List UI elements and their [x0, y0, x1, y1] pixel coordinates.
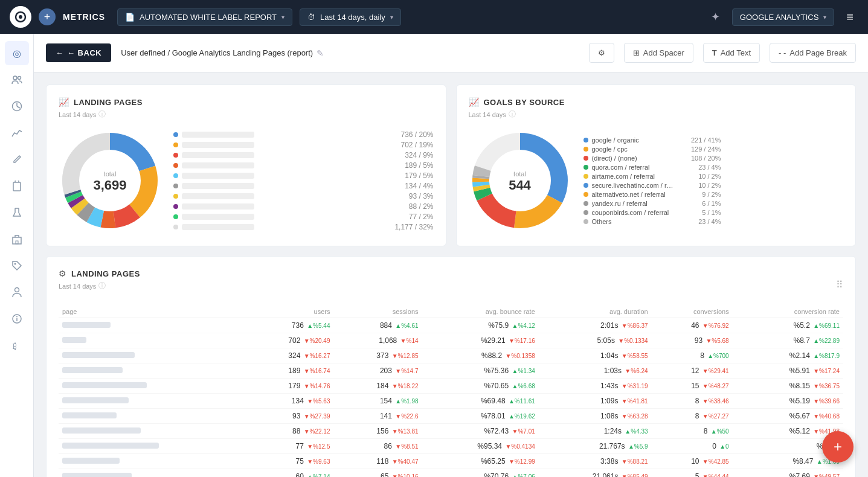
table-card: ⚙ LANDING PAGES Last 14 days ⓘ ⠿ page us… [46, 256, 856, 477]
legend-item-8: 88 / 2% [173, 202, 434, 211]
total-number: 3,699 [93, 178, 126, 193]
col-duration: avg. duration [539, 306, 652, 318]
cell-bounce-7: %72.43 ▼%7.01 [422, 424, 539, 439]
config-icon: ⚙ [598, 48, 605, 57]
cell-users-7: 88 ▼%22.12 [245, 424, 333, 439]
sidebar-icon-clipboard[interactable] [5, 174, 29, 198]
goals-legend-item-8: couponbirds.com / referral 5 / 1% [583, 209, 844, 216]
svg-text:₿: ₿ [13, 341, 17, 351]
cell-duration-1: 5:05s ▼%0.1334 [539, 333, 652, 348]
table-body: 736 ▲%5.44 884 ▲%4.61 %75.9 ▲%4.12 2:01s… [59, 318, 843, 478]
legend-item-10: 1,177 / 32% [173, 223, 434, 231]
cell-users-6: 93 ▼%27.39 [245, 409, 333, 424]
cell-page-9 [59, 454, 245, 469]
table-row: 324 ▼%16.27 373 ▼%12.85 %88.2 ▼%0.1358 1… [59, 348, 843, 363]
legend-dot-6 [173, 184, 178, 188]
table-row: 134 ▼%5.63 154 ▲%1.98 %69.48 ▲%11.61 1:0… [59, 394, 843, 409]
sidebar-icon-bitcoin[interactable]: ₿ [5, 333, 29, 357]
cell-conversions-1: 93 ▼%5.68 [652, 333, 733, 348]
goals-item-val-2: 108 / 20% [685, 155, 721, 162]
left-sidebar: ◎ ₿ [0, 34, 34, 477]
add-spacer-button[interactable]: ⊞ Add Spacer [624, 43, 693, 63]
top-nav: + METRICS 📄 AUTOMATED WHITE LABEL REPORT… [0, 0, 868, 34]
report-caret-icon: ▾ [281, 14, 285, 21]
goals-item-name-6: alternativeto.net / referral [592, 191, 677, 198]
cell-sessions-8: 86 ▼%8.51 [333, 439, 422, 454]
sidebar-icon-users[interactable] [5, 68, 29, 92]
cell-conversions-8: 0 ▲0 [652, 439, 733, 454]
add-page-break-button[interactable]: - - Add Page Break [770, 43, 856, 63]
goals-title: GOALS BY SOURCE [484, 98, 565, 107]
goals-total-text: total [509, 170, 531, 178]
goals-legend-item-3: quora.com / referral 23 / 4% [583, 164, 844, 171]
legend-val-8: 88 / 2% [409, 202, 434, 211]
time-icon: ⏱ [307, 13, 315, 22]
hamburger-menu[interactable]: ≡ [841, 8, 858, 27]
report-doc-icon: 📄 [125, 13, 135, 22]
cell-bounce-9: %65.25 ▼%12.99 [422, 454, 539, 469]
cell-sessions-6: 141 ▼%22.6 [333, 409, 422, 424]
add-spacer-icon: ⊞ [633, 48, 640, 57]
google-analytics-selector[interactable]: GOOGLE ANALYTICS ▾ [732, 8, 835, 26]
cell-sessions-4: 184 ▼%18.22 [333, 379, 422, 394]
goals-dot-2 [583, 156, 588, 161]
config-button[interactable]: ⚙ [589, 43, 614, 63]
add-text-label: Add Text [721, 48, 751, 57]
goals-donut-center: total 544 [509, 170, 531, 193]
back-button[interactable]: ← ← BACK [46, 43, 111, 62]
goals-item-val-9: 23 / 4% [685, 218, 721, 225]
sidebar-icon-tag[interactable] [5, 254, 29, 278]
legend-dot-10 [173, 225, 178, 229]
cell-bounce-10: %70.76 ▲%7.06 [422, 469, 539, 478]
add-page-break-icon: - - [779, 48, 786, 57]
sidebar-icon-analytics[interactable] [5, 94, 29, 118]
legend-name-5 [182, 173, 254, 179]
settings-icon[interactable]: ✦ [711, 10, 720, 24]
time-label: Last 14 days, daily [320, 13, 385, 22]
fab-button[interactable]: + [822, 431, 854, 463]
breadcrumb-text: User defined / Google Analytics Landing … [121, 48, 313, 57]
cell-sessions-7: 156 ▼%13.81 [333, 424, 422, 439]
table-title: LANDING PAGES [71, 269, 140, 278]
landing-pages-chart-area: total 3,699 736 / 20% 702 / 19% [59, 129, 434, 234]
time-selector[interactable]: ⏱ Last 14 days, daily ▾ [300, 8, 401, 26]
goals-legend-item-9: Others 23 / 4% [583, 218, 844, 225]
drag-handle-icon[interactable]: ⠿ [836, 279, 843, 290]
cell-conversions-10: 5 ▼%44.44 [652, 469, 733, 478]
goals-dot-6 [583, 192, 588, 197]
donut-center-label: total 3,699 [93, 170, 126, 193]
sidebar-icon-graph[interactable] [5, 121, 29, 145]
goals-item-name-3: quora.com / referral [592, 164, 677, 171]
goals-dot-9 [583, 219, 588, 224]
add-button[interactable]: + [39, 8, 56, 25]
goals-item-name-1: google / cpc [592, 146, 677, 153]
cell-users-4: 179 ▼%14.76 [245, 379, 333, 394]
cell-duration-7: 1:24s ▲%4.33 [539, 424, 652, 439]
sidebar-icon-globe[interactable]: ◎ [5, 41, 29, 65]
sidebar-icon-person[interactable] [5, 280, 29, 304]
sidebar-icon-info[interactable] [5, 307, 29, 331]
goals-dot-8 [583, 210, 588, 215]
landing-pages-icon: 📈 [59, 97, 69, 107]
goals-item-val-6: 9 / 2% [685, 191, 721, 198]
report-selector[interactable]: 📄 AUTOMATED WHITE LABEL REPORT ▾ [117, 8, 292, 26]
main-content: 📈 LANDING PAGES Last 14 days ⓘ [34, 72, 868, 477]
legend-item-2: 702 / 19% [173, 141, 434, 149]
sidebar-icon-building[interactable] [5, 227, 29, 251]
add-text-button[interactable]: T Add Text [703, 43, 760, 63]
legend-val-5: 179 / 5% [405, 171, 433, 180]
add-page-break-label: Add Page Break [789, 48, 847, 57]
legend-val-3: 324 / 9% [405, 151, 433, 159]
cell-duration-3: 1:03s ▼%6.24 [539, 363, 652, 379]
cell-users-0: 736 ▲%5.44 [245, 318, 333, 333]
goals-chart-area: total 544 google / organic 221 / 41% goo… [469, 129, 844, 234]
goals-by-source-card: 📈 GOALS BY SOURCE Last 14 days ⓘ [456, 85, 857, 246]
legend-dot-7 [173, 194, 178, 199]
edit-icon[interactable]: ✎ [317, 48, 324, 58]
sidebar-icon-pen[interactable] [5, 147, 29, 171]
legend-item-1: 736 / 20% [173, 130, 434, 139]
goals-dot-0 [583, 138, 588, 142]
svg-point-3 [18, 77, 21, 80]
sidebar-icon-beaker[interactable] [5, 200, 29, 225]
cell-users-8: 77 ▼%12.5 [245, 439, 333, 454]
